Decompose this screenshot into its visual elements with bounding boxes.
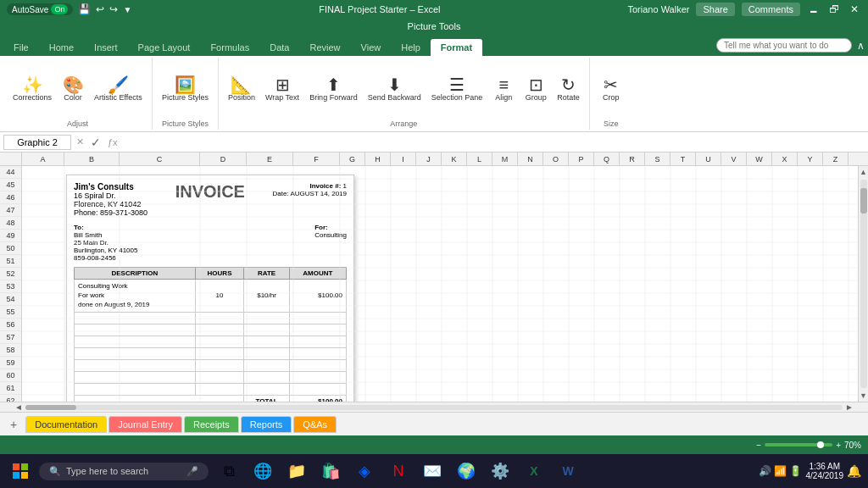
ribbon-collapse-icon[interactable]: ∧ xyxy=(857,40,865,52)
tab-view[interactable]: View xyxy=(351,39,392,56)
tab-qas[interactable]: Q&As xyxy=(293,416,337,433)
quick-save-icon[interactable]: 💾 xyxy=(78,3,91,15)
excel-icon[interactable]: X xyxy=(519,456,549,486)
netflix-icon[interactable]: N xyxy=(383,456,414,486)
col-P[interactable]: P xyxy=(569,152,594,165)
formula-input[interactable] xyxy=(123,137,865,147)
col-I[interactable]: I xyxy=(391,152,416,165)
scroll-left-button[interactable]: ◄ xyxy=(12,402,25,412)
taskbar-search[interactable]: 🔍 Type here to search 🎤 xyxy=(39,463,209,480)
row-45[interactable]: 45 xyxy=(0,179,21,191)
group-button[interactable]: ⊡ Group xyxy=(520,74,551,104)
tell-me-input[interactable] xyxy=(716,38,852,53)
tab-page-layout[interactable]: Page Layout xyxy=(128,39,201,56)
scroll-up-button[interactable]: ▲ xyxy=(858,166,868,178)
tab-file[interactable]: File xyxy=(3,39,39,56)
customize-qat-icon[interactable]: ▼ xyxy=(123,5,131,14)
col-R[interactable]: R xyxy=(620,152,645,165)
col-U[interactable]: U xyxy=(696,152,721,165)
col-G[interactable]: G xyxy=(340,152,365,165)
row-59[interactable]: 59 xyxy=(0,357,21,369)
tab-format[interactable]: Format xyxy=(431,39,482,56)
zoom-bar[interactable] xyxy=(765,443,832,446)
scroll-right-button[interactable]: ► xyxy=(843,402,856,412)
notifications-icon[interactable]: 🔔 xyxy=(847,464,861,478)
row-56[interactable]: 56 xyxy=(0,319,21,331)
vertical-scrollbar[interactable]: ▲ ▼ xyxy=(858,166,868,402)
col-Z[interactable]: Z xyxy=(823,152,849,165)
close-button[interactable]: ✕ xyxy=(848,3,861,16)
tab-documentation[interactable]: Documentation xyxy=(25,416,107,433)
col-N[interactable]: N xyxy=(518,152,543,165)
row-57[interactable]: 57 xyxy=(0,331,21,344)
col-K[interactable]: K xyxy=(442,152,467,165)
row-49[interactable]: 49 xyxy=(0,230,21,242)
tab-formulas[interactable]: Formulas xyxy=(200,39,259,56)
row-52[interactable]: 52 xyxy=(0,268,21,280)
col-X[interactable]: X xyxy=(772,152,798,165)
wrap-text-button[interactable]: ⊞ Wrap Text xyxy=(261,74,303,104)
tab-data[interactable]: Data xyxy=(259,39,299,56)
color-button[interactable]: 🎨 Color xyxy=(58,74,88,104)
col-J[interactable]: J xyxy=(416,152,442,165)
align-button[interactable]: ≡ Align xyxy=(488,74,519,104)
store-icon[interactable]: 🛍️ xyxy=(315,456,346,486)
formula-confirm-icon[interactable]: ✓ xyxy=(89,136,103,149)
comments-button[interactable]: Comments xyxy=(742,3,800,16)
zoom-out-button[interactable]: − xyxy=(756,441,761,450)
col-M[interactable]: M xyxy=(492,152,518,165)
col-C[interactable]: C xyxy=(120,152,200,165)
start-button[interactable] xyxy=(3,456,37,486)
col-L[interactable]: L xyxy=(467,152,492,165)
position-button[interactable]: 📐 Position xyxy=(224,74,259,104)
redo-icon[interactable]: ↪ xyxy=(109,3,118,15)
tab-home[interactable]: Home xyxy=(39,39,84,56)
col-W[interactable]: W xyxy=(747,152,772,165)
col-Y[interactable]: Y xyxy=(798,152,823,165)
tab-reports[interactable]: Reports xyxy=(241,416,292,433)
autosave-toggle[interactable]: AutoSave On xyxy=(7,3,73,15)
add-sheet-button[interactable]: + xyxy=(3,415,24,434)
row-61[interactable]: 61 xyxy=(0,382,21,395)
col-H[interactable]: H xyxy=(365,152,391,165)
col-Q[interactable]: Q xyxy=(594,152,620,165)
scroll-thumb[interactable] xyxy=(860,188,867,214)
autosave-state[interactable]: On xyxy=(51,4,68,14)
h-scroll-thumb[interactable] xyxy=(25,405,76,410)
tab-insert[interactable]: Insert xyxy=(84,39,128,56)
word-icon[interactable]: W xyxy=(553,456,583,486)
edge-icon[interactable]: 🌐 xyxy=(248,456,278,486)
row-60[interactable]: 60 xyxy=(0,369,21,382)
col-F[interactable]: F xyxy=(293,152,340,165)
col-D[interactable]: D xyxy=(200,152,247,165)
row-48[interactable]: 48 xyxy=(0,217,21,230)
col-E[interactable]: E xyxy=(247,152,293,165)
picture-styles-button[interactable]: 🖼️ Picture Styles xyxy=(158,74,213,104)
row-44[interactable]: 44 xyxy=(0,166,21,179)
col-V[interactable]: V xyxy=(721,152,747,165)
selection-pane-button[interactable]: ☰ Selection Pane xyxy=(427,74,487,104)
row-46[interactable]: 46 xyxy=(0,191,21,204)
settings-icon[interactable]: ⚙️ xyxy=(485,456,515,486)
invoice-object[interactable]: Jim's Consults 16 Spiral Dr. Florence, K… xyxy=(66,175,354,402)
tab-help[interactable]: Help xyxy=(391,39,431,56)
minimize-button[interactable]: 🗕 xyxy=(807,3,821,16)
zoom-in-button[interactable]: + xyxy=(836,441,841,450)
scroll-down-button[interactable]: ▼ xyxy=(858,390,868,402)
col-O[interactable]: O xyxy=(543,152,569,165)
name-box[interactable] xyxy=(3,135,71,150)
undo-icon[interactable]: ↩ xyxy=(96,3,104,15)
row-55[interactable]: 55 xyxy=(0,306,21,319)
row-51[interactable]: 51 xyxy=(0,255,21,268)
col-T[interactable]: T xyxy=(670,152,696,165)
tab-receipts[interactable]: Receipts xyxy=(184,416,239,433)
file-explorer-icon[interactable]: 📁 xyxy=(281,456,312,486)
task-view-button[interactable]: ⧉ xyxy=(214,456,244,486)
taskbar-clock[interactable]: 1:36 AM 4/24/2019 xyxy=(806,462,844,480)
microphone-icon[interactable]: 🎤 xyxy=(186,466,198,477)
bring-forward-button[interactable]: ⬆ Bring Forward xyxy=(305,74,362,104)
row-54[interactable]: 54 xyxy=(0,293,21,306)
col-A[interactable]: A xyxy=(22,152,64,165)
col-B[interactable]: B xyxy=(64,152,120,165)
row-53[interactable]: 53 xyxy=(0,280,21,293)
